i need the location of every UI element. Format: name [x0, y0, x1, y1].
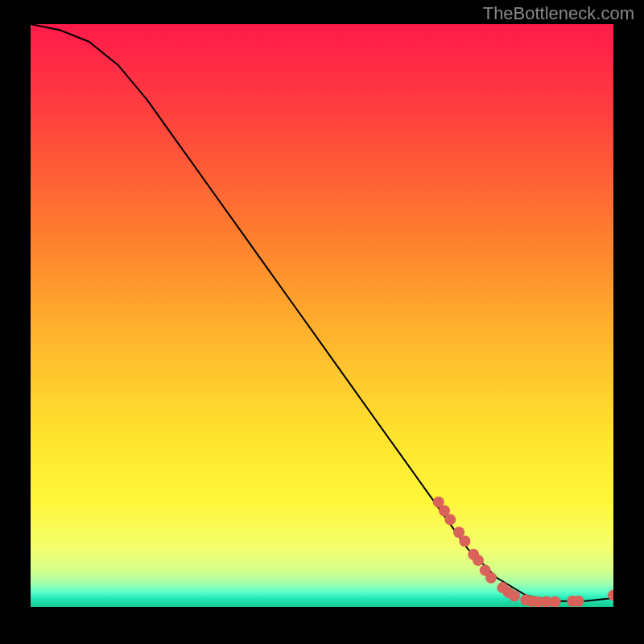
svg-rect-0 [31, 24, 613, 607]
chart-container: TheBottleneck.com [0, 0, 644, 644]
watermark-text: TheBottleneck.com [483, 3, 634, 24]
plot-area [31, 24, 613, 607]
background-gradient [31, 24, 613, 607]
